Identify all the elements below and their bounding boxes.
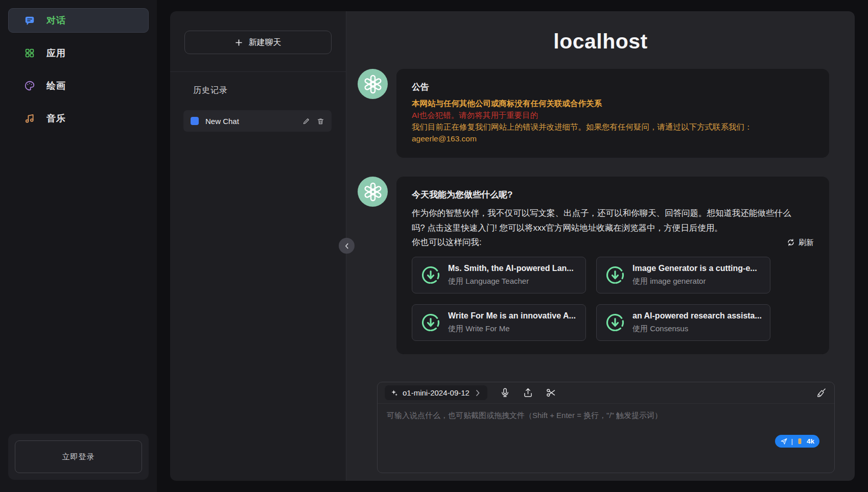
- sidebar-item-apps[interactable]: 应用: [8, 41, 149, 65]
- collapse-sidebar-button[interactable]: [339, 238, 355, 254]
- message-announcement: 公告 本网站与任何其他公司或商标没有任何关联或合作关系 AI也会犯错。请勿将其用…: [358, 69, 829, 158]
- chat-list-panel: 新建聊天 历史记录 New Chat: [170, 11, 346, 481]
- announcement-line: AI也会犯错。请勿将其用于重要目的: [412, 109, 814, 121]
- divider: [170, 71, 346, 72]
- chat-main-panel: localhost 公告 本网站与任何其他公司或商标没有任何关联: [346, 11, 855, 481]
- sidebar-item-label: 应用: [46, 47, 66, 59]
- composer: o1-mini-2024-09-12: [377, 382, 835, 473]
- send-token-badge[interactable]: | 4k: [775, 435, 819, 448]
- announcement-heading: 公告: [412, 81, 814, 93]
- content-wrapper: 新建聊天 历史记录 New Chat localhost: [170, 11, 855, 481]
- scissors-button[interactable]: [546, 387, 556, 398]
- announcement-line: 我们目前正在修复我们网站上的错误并改进细节。如果您有任何疑问，请通过以下方式联系…: [412, 121, 814, 133]
- assistant-avatar: [358, 69, 388, 99]
- suggestion-grid: Ms. Smith, the AI-powered Lan... 使用 Lang…: [412, 257, 814, 341]
- install-icon: [420, 312, 441, 333]
- sidebar-item-chat[interactable]: 对话: [8, 8, 149, 33]
- page-title: localhost: [346, 30, 855, 54]
- suggestion-title: Write For Me is an innovative A...: [448, 311, 576, 321]
- broom-icon: [816, 387, 827, 398]
- chevron-right-icon: [474, 389, 482, 397]
- sidebar-item-label: 绘画: [46, 80, 66, 92]
- apps-icon: [24, 47, 35, 59]
- chat-history-item[interactable]: New Chat: [183, 110, 332, 132]
- upload-icon: [523, 387, 533, 398]
- ask-label: 你也可以这样问我:: [412, 237, 482, 248]
- message-input[interactable]: [378, 404, 834, 473]
- model-label: o1-mini-2024-09-12: [403, 388, 470, 397]
- welcome-card: 今天我能为您做些什么呢? 作为你的智慧伙伴，我不仅可以写文案、出点子，还可以和你…: [396, 177, 829, 354]
- plus-icon: [235, 39, 243, 46]
- edit-icon[interactable]: [302, 117, 310, 125]
- assistant-avatar: [358, 177, 388, 207]
- token-count: 4k: [807, 437, 814, 445]
- upload-button[interactable]: [523, 387, 533, 398]
- chat-item-icon: [191, 117, 199, 125]
- sidebar-item-label: 音乐: [46, 112, 66, 125]
- suggestion-subtitle: 使用 Consensus: [632, 324, 762, 334]
- suggestion-card[interactable]: Write For Me is an innovative A... 使用 Wr…: [412, 304, 586, 341]
- token-coin-icon: [796, 437, 804, 445]
- openai-logo-icon: [363, 74, 383, 94]
- clear-context-button[interactable]: [816, 387, 827, 398]
- sidebar-item-drawing[interactable]: 绘画: [8, 73, 149, 98]
- suggestion-subtitle: 使用 Write For Me: [448, 324, 576, 334]
- suggestion-subtitle: 使用 image generator: [632, 277, 757, 286]
- suggestion-card[interactable]: Ms. Smith, the AI-powered Lan... 使用 Lang…: [412, 257, 586, 293]
- new-chat-label: 新建聊天: [249, 37, 281, 48]
- message-list: 公告 本网站与任何其他公司或商标没有任何关联或合作关系 AI也会犯错。请勿将其用…: [346, 69, 855, 354]
- login-card: 立即登录: [8, 434, 149, 480]
- palette-icon: [24, 80, 35, 91]
- send-icon: [780, 437, 788, 445]
- suggestion-subtitle: 使用 Language Teacher: [448, 277, 574, 286]
- history-label: 历史记录: [193, 85, 346, 96]
- announcement-line: 本网站与任何其他公司或商标没有任何关联或合作关系: [412, 97, 814, 109]
- badge-divider: |: [791, 437, 793, 445]
- announcement-email: ageerle@163.com: [412, 133, 814, 144]
- suggestion-card[interactable]: an AI-powered research assista... 使用 Con…: [596, 304, 770, 341]
- scissors-icon: [546, 387, 556, 398]
- suggestion-title: an AI-powered research assista...: [632, 311, 762, 321]
- microphone-button[interactable]: [500, 387, 510, 398]
- sparkle-icon: [390, 389, 398, 397]
- install-icon: [420, 265, 441, 285]
- composer-toolbar: o1-mini-2024-09-12: [378, 382, 834, 404]
- delete-icon[interactable]: [317, 117, 324, 125]
- sidebar-item-music[interactable]: 音乐: [8, 106, 149, 131]
- model-selector[interactable]: o1-mini-2024-09-12: [385, 385, 487, 400]
- welcome-heading: 今天我能为您做些什么呢?: [412, 189, 814, 201]
- chat-icon: [24, 15, 35, 26]
- login-button[interactable]: 立即登录: [15, 440, 142, 473]
- announcement-card: 公告 本网站与任何其他公司或商标没有任何关联或合作关系 AI也会犯错。请勿将其用…: [396, 69, 829, 158]
- music-icon: [24, 113, 35, 124]
- microphone-icon: [500, 387, 510, 398]
- new-chat-button[interactable]: 新建聊天: [184, 31, 332, 54]
- sidebar: 对话 应用 绘画 音乐 立即登录: [0, 0, 157, 492]
- suggestion-title: Image Generator is a cutting-e...: [632, 264, 757, 273]
- message-welcome: 今天我能为您做些什么呢? 作为你的智慧伙伴，我不仅可以写文案、出点子，还可以和你…: [358, 177, 829, 354]
- refresh-button[interactable]: 刷新: [787, 238, 814, 248]
- chat-item-title: New Chat: [205, 117, 296, 126]
- composer-input-area: | 4k: [378, 404, 834, 473]
- suggestion-card[interactable]: Image Generator is a cutting-e... 使用 ima…: [596, 257, 770, 293]
- install-icon: [605, 265, 625, 285]
- chevron-left-icon: [343, 242, 350, 250]
- sidebar-item-label: 对话: [46, 14, 66, 27]
- openai-logo-icon: [363, 182, 383, 202]
- suggestion-title: Ms. Smith, the AI-powered Lan...: [448, 264, 574, 273]
- install-icon: [605, 312, 625, 333]
- refresh-icon: [787, 238, 795, 247]
- welcome-body: 作为你的智慧伙伴，我不仅可以写文案、出点子，还可以和你聊天、回答问题。想知道我还…: [412, 206, 800, 235]
- refresh-label: 刷新: [799, 238, 814, 248]
